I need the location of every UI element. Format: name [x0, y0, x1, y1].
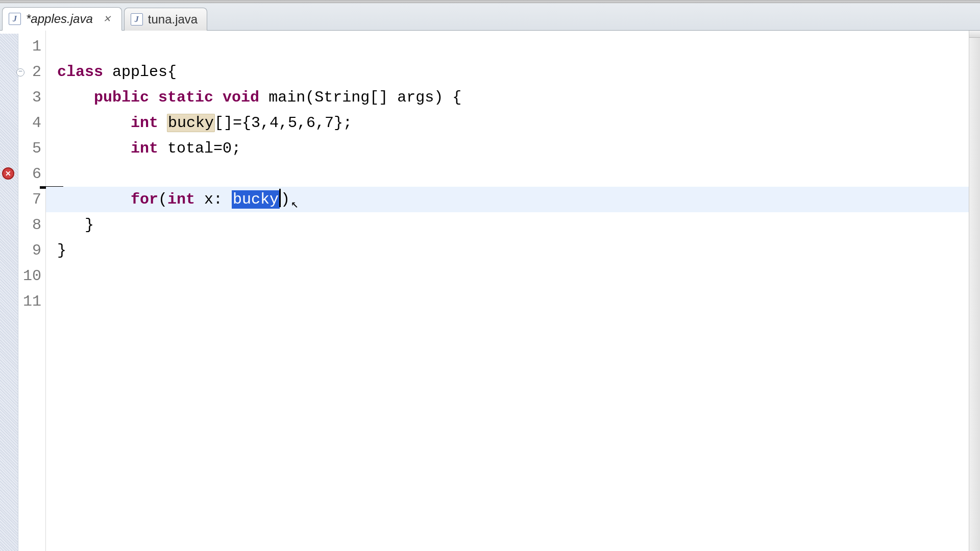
editor-tab-bar: J *apples.java J tuna.java [0, 3, 980, 31]
code-line[interactable]: int total=0; [57, 136, 980, 161]
vertical-scrollbar[interactable] [969, 31, 980, 551]
code-line[interactable] [57, 161, 980, 187]
tab-tuna-java[interactable]: J tuna.java [124, 8, 207, 31]
tab-label: tuna.java [148, 12, 198, 27]
line-number: 1 [18, 34, 41, 59]
java-file-icon: J [9, 13, 21, 25]
editor-container: 1 2 3 4 5 6 7 8 9 10 11 class apples{ pu… [0, 31, 980, 551]
code-line[interactable]: } [57, 212, 980, 238]
gutter: 1 2 3 4 5 6 7 8 9 10 11 [0, 31, 46, 551]
code-line[interactable]: } [57, 238, 980, 263]
line-number: 9 [18, 238, 41, 263]
close-icon[interactable] [102, 14, 112, 24]
code-line[interactable]: class apples{ [57, 59, 980, 85]
line-number: 2 [18, 59, 41, 85]
text-selection: bucky [232, 190, 280, 209]
line-number: 7 [18, 187, 41, 212]
line-number: 5 [18, 136, 41, 161]
code-editor[interactable]: class apples{ public static void main(St… [46, 31, 980, 551]
code-line[interactable] [57, 263, 980, 289]
code-line[interactable]: int bucky[]={3,4,5,6,7}; [57, 110, 980, 136]
code-line[interactable] [57, 289, 980, 314]
line-number-ruler: 1 2 3 4 5 6 7 8 9 10 11 [18, 34, 45, 551]
text-caret [279, 189, 281, 207]
java-file-icon: J [131, 13, 143, 26]
line-number: 4 [18, 110, 41, 136]
code-line-current[interactable]: for(int x: bucky)↖ [46, 187, 980, 212]
line-number: 10 [18, 263, 41, 289]
error-icon[interactable] [2, 167, 14, 180]
line-number: 3 [18, 85, 41, 110]
scrollbar-up-button[interactable] [969, 31, 980, 38]
line-number: 6 [18, 161, 41, 187]
mouse-cursor-icon: ↖ [291, 197, 298, 211]
code-line[interactable] [57, 314, 980, 340]
line-number: 8 [18, 212, 41, 238]
tab-apples-java[interactable]: J *apples.java [2, 7, 122, 31]
tab-label: *apples.java [26, 12, 93, 26]
fold-collapse-icon[interactable] [16, 68, 24, 77]
occurrence-highlight: bucky [167, 114, 215, 132]
code-line[interactable]: public static void main(String[] args) { [57, 85, 980, 110]
marker-strip [0, 34, 18, 551]
line-number: 11 [18, 289, 41, 314]
